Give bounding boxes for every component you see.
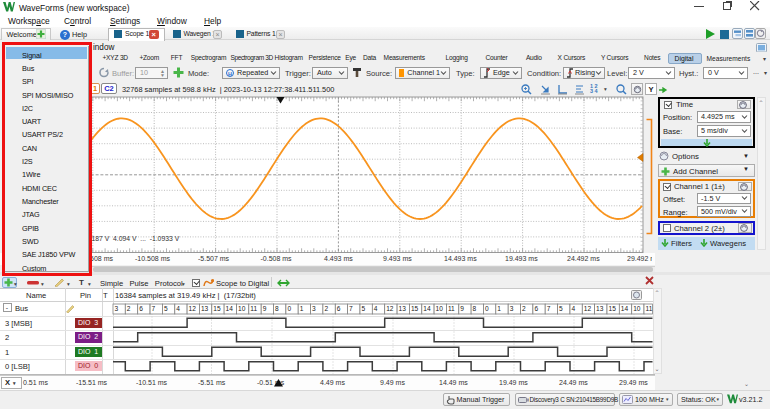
svg-text:11: 11	[448, 305, 455, 312]
svg-text:1: 1	[300, 305, 304, 312]
svg-text:5: 5	[559, 305, 563, 312]
svg-text:12: 12	[189, 305, 197, 312]
svg-text:14: 14	[621, 305, 629, 312]
svg-text:6: 6	[337, 305, 341, 312]
svg-text:5: 5	[164, 305, 168, 312]
svg-text:3: 3	[312, 305, 316, 312]
svg-text:12: 12	[584, 305, 592, 312]
svg-text:13: 13	[201, 305, 209, 312]
svg-text:10: 10	[436, 305, 444, 312]
svg-text:14: 14	[226, 305, 234, 312]
svg-text:0: 0	[485, 305, 489, 312]
svg-text:9: 9	[460, 305, 464, 312]
svg-text:11: 11	[250, 305, 257, 312]
svg-text:7: 7	[152, 305, 156, 312]
svg-text:11: 11	[646, 305, 653, 312]
svg-text:4: 4	[176, 305, 180, 312]
svg-text:13: 13	[596, 305, 604, 312]
svg-text:15: 15	[609, 305, 617, 312]
svg-text:3: 3	[510, 305, 514, 312]
svg-text:15: 15	[411, 305, 419, 312]
svg-text:8: 8	[275, 305, 279, 312]
svg-text:6: 6	[534, 305, 538, 312]
svg-text:12: 12	[386, 305, 394, 312]
svg-text:3: 3	[115, 305, 119, 312]
svg-text:2: 2	[324, 305, 328, 312]
svg-text:9: 9	[263, 305, 267, 312]
svg-text:4: 4	[572, 305, 576, 312]
svg-text:1: 1	[497, 305, 501, 312]
svg-text:2: 2	[127, 305, 131, 312]
svg-text:6: 6	[139, 305, 143, 312]
svg-text:10: 10	[238, 305, 246, 312]
svg-text:15: 15	[213, 305, 221, 312]
svg-text:8: 8	[473, 305, 477, 312]
svg-text:5: 5	[362, 305, 366, 312]
svg-text:14: 14	[423, 305, 431, 312]
svg-text:2: 2	[522, 305, 526, 312]
svg-text:13: 13	[399, 305, 407, 312]
svg-text:0: 0	[287, 305, 291, 312]
svg-text:10: 10	[633, 305, 641, 312]
svg-text:7: 7	[349, 305, 353, 312]
svg-text:7: 7	[547, 305, 551, 312]
svg-text:4: 4	[374, 305, 378, 312]
